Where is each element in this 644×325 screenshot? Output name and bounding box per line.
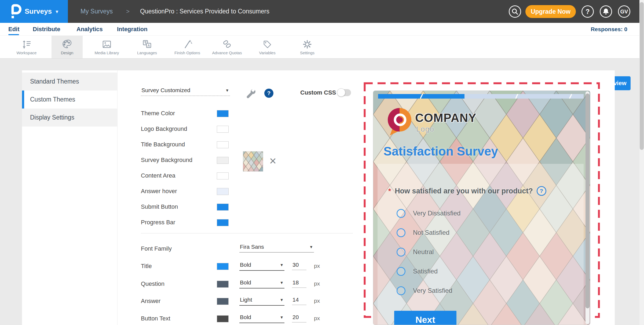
- answer-size-input[interactable]: [292, 297, 306, 305]
- preview-scrollbar-thumb[interactable]: [586, 93, 590, 308]
- brand-menu[interactable]: Surveys ▾: [0, 0, 68, 23]
- toolbar-item-label: Workspace: [17, 50, 37, 55]
- title-font-color-swatch[interactable]: [217, 263, 229, 270]
- company-logo-pin-icon: [386, 107, 414, 137]
- toolbar-item-label: Finish Options: [174, 50, 200, 55]
- progress-bar-swatch[interactable]: [217, 219, 229, 226]
- next-button[interactable]: Next: [394, 311, 456, 325]
- answer-font-color-swatch[interactable]: [217, 298, 229, 305]
- search-button[interactable]: [509, 5, 521, 18]
- question-help-icon[interactable]: ?: [537, 186, 546, 196]
- radio-icon[interactable]: [397, 286, 405, 295]
- button-text-size-input[interactable]: [292, 314, 306, 323]
- translate-icon: A: [141, 39, 153, 50]
- question-weight-select[interactable]: Bold ▾: [239, 279, 284, 288]
- answer-option[interactable]: Not Satisfied: [397, 228, 449, 237]
- design-toolbar: Workspace Design Media Library: [0, 36, 644, 59]
- radio-icon[interactable]: [397, 228, 405, 237]
- answer-option[interactable]: Neutral: [397, 247, 434, 257]
- toolbar-item-variables[interactable]: Variables: [247, 36, 287, 58]
- logo-background-swatch[interactable]: [217, 126, 229, 133]
- radio-icon[interactable]: [397, 248, 405, 257]
- custom-css-toggle[interactable]: [338, 89, 351, 96]
- question-size-input[interactable]: [292, 279, 306, 288]
- font-row-label: Question: [141, 280, 164, 287]
- answer-weight-select[interactable]: Light ▾: [239, 297, 284, 306]
- sidebar-item-label: Display Settings: [30, 114, 74, 121]
- sidebar-item-custom-themes[interactable]: Custom Themes: [22, 91, 117, 109]
- tab-edit[interactable]: Edit: [8, 23, 20, 36]
- survey-progress-bar: [378, 94, 584, 99]
- remove-background-image-icon[interactable]: ×: [269, 157, 276, 165]
- notifications-button[interactable]: [600, 5, 612, 18]
- avatar[interactable]: GV: [618, 5, 630, 18]
- wrench-icon[interactable]: [246, 88, 257, 99]
- theme-help-icon[interactable]: ?: [264, 89, 273, 98]
- toolbar-item-design[interactable]: Design: [52, 36, 83, 58]
- title-weight-select[interactable]: Bold ▾: [239, 262, 284, 271]
- progress-bar-fill: [378, 94, 464, 99]
- color-row-label: Answer hover: [141, 188, 177, 195]
- breadcrumb-parent-link[interactable]: My Surveys: [80, 0, 113, 23]
- breadcrumb-survey-title: QuestionPro : Services Provided to Consu…: [140, 0, 269, 23]
- survey-background-swatch[interactable]: [217, 157, 229, 164]
- toolbar-item-workspace[interactable]: Workspace: [6, 36, 47, 58]
- page-scrollbar-thumb[interactable]: [640, 2, 644, 150]
- answer-hover-swatch[interactable]: [217, 188, 229, 195]
- toolbar-item-advance-quotas[interactable]: Advance Quotas: [207, 36, 247, 58]
- button-text-color-swatch[interactable]: [217, 315, 229, 322]
- radio-icon[interactable]: [397, 209, 405, 218]
- answer-option[interactable]: Satisfied: [397, 267, 438, 276]
- tab-integration[interactable]: Integration: [117, 23, 148, 36]
- link-icon: [221, 39, 233, 50]
- breadcrumb-separator: >: [126, 0, 130, 23]
- toolbar-item-languages[interactable]: A Languages: [127, 36, 167, 58]
- design-panel: Standard Themes Custom Themes Display Se…: [22, 70, 615, 325]
- survey-title: Satisfaction Survey: [383, 144, 498, 158]
- company-logo-title: COMPANY: [415, 111, 477, 125]
- theme-color-swatch[interactable]: [217, 110, 229, 117]
- tab-distribute[interactable]: Distribute: [33, 23, 60, 36]
- radio-icon[interactable]: [397, 267, 405, 276]
- toolbar-item-label: Languages: [137, 50, 157, 55]
- help-button[interactable]: ?: [581, 5, 594, 18]
- upgrade-now-button[interactable]: Upgrade Now: [525, 5, 576, 18]
- font-family-select[interactable]: Fira Sans ▾: [239, 244, 314, 252]
- required-marker: *: [388, 187, 391, 195]
- toolbar-item-label: Settings: [300, 50, 314, 55]
- toolbar-item-finish-options[interactable]: Finish Options: [167, 36, 207, 58]
- title-size-input[interactable]: [292, 262, 306, 270]
- survey-background-image-thumbnail[interactable]: [243, 151, 263, 172]
- weight-value: Light: [240, 297, 252, 303]
- toolbar-item-settings[interactable]: Settings: [287, 36, 327, 58]
- answer-option[interactable]: Very Dissatisfied: [397, 209, 460, 218]
- size-unit: px: [314, 315, 320, 322]
- theme-select[interactable]: Survey Customized ▾: [141, 87, 230, 96]
- sidebar-item-display-settings[interactable]: Display Settings: [22, 109, 117, 127]
- font-row-label: Title: [141, 263, 152, 270]
- tab-analytics[interactable]: Analytics: [76, 23, 103, 36]
- button-text-weight-select[interactable]: Bold ▾: [239, 314, 284, 323]
- section-divider: [141, 233, 353, 233]
- questionpro-app: Surveys ▾ My Surveys > QuestionPro : Ser…: [0, 0, 644, 325]
- sidebar-item-standard-themes[interactable]: Standard Themes: [22, 73, 117, 91]
- content-area-swatch[interactable]: [217, 172, 229, 179]
- answer-option-label: Not Satisfied: [413, 229, 449, 236]
- survey-question-row: * How satisfied are you with our product…: [388, 186, 546, 196]
- tag-icon: [262, 39, 273, 50]
- toolbar-item-label: Variables: [259, 50, 275, 55]
- chevron-down-icon: ▾: [310, 244, 312, 250]
- submit-button-swatch[interactable]: [217, 204, 229, 211]
- chevron-down-icon: ▾: [280, 297, 283, 303]
- sidebar-item-label: Standard Themes: [30, 78, 79, 85]
- title-background-swatch[interactable]: [217, 141, 229, 148]
- size-unit: px: [314, 298, 320, 304]
- question-font-color-swatch[interactable]: [217, 281, 229, 288]
- bell-icon: [602, 8, 610, 16]
- custom-css-label: Custom CSS: [300, 89, 336, 96]
- weight-value: Bold: [240, 262, 251, 268]
- chevron-down-icon: ▾: [56, 8, 58, 15]
- toolbar-item-media-library[interactable]: Media Library: [87, 36, 127, 58]
- answer-option-label: Very Satisfied: [413, 287, 452, 294]
- answer-option[interactable]: Very Satisfied: [397, 286, 452, 295]
